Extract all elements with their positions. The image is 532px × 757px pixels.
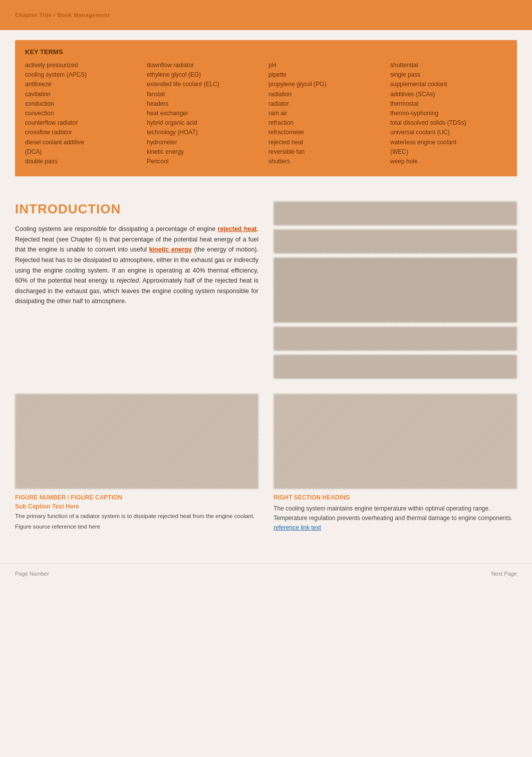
key-terms-col-3: pH pipette propylene glycol (PG) radiati… bbox=[269, 61, 385, 166]
link-kinetic-energy[interactable]: kinetic energy bbox=[149, 246, 192, 253]
bottom-right-image bbox=[274, 394, 517, 489]
bottom-right-block: RIGHT SECTION HEADING The cooling system… bbox=[274, 394, 517, 533]
term-extended-life-coolant[interactable]: extended life coolant (ELC) bbox=[147, 80, 263, 89]
right-image-row-4 bbox=[274, 355, 517, 379]
term-thermo-syphoning[interactable]: thermo-syphoning bbox=[390, 109, 507, 118]
term-propylene-glycol[interactable]: propylene glycol (PG) bbox=[269, 80, 385, 89]
bottom-right-heading: RIGHT SECTION HEADING bbox=[274, 494, 517, 501]
term-shutters[interactable]: shutters bbox=[269, 157, 385, 166]
term-conduction[interactable]: conduction bbox=[25, 99, 142, 109]
term-scas[interactable]: additives (SCAs) bbox=[390, 90, 507, 99]
intro-italic: rejected bbox=[117, 277, 139, 284]
term-pipette[interactable]: pipette bbox=[269, 70, 385, 80]
right-image-row-1 bbox=[274, 201, 517, 225]
footer-page-right: Next Page bbox=[491, 571, 517, 577]
bottom-section: FIGURE NUMBER / FIGURE CAPTION Sub Capti… bbox=[15, 394, 517, 533]
term-cavitation[interactable]: cavitation bbox=[25, 90, 142, 99]
intro-paragraph: Cooling systems are responsible for diss… bbox=[15, 224, 258, 307]
term-hydrometer[interactable]: hydrometer bbox=[147, 138, 263, 147]
term-waterless-engine-coolant[interactable]: waterless engine coolant bbox=[390, 138, 507, 147]
term-shutterstat[interactable]: shutterstat bbox=[390, 61, 507, 70]
bottom-right-text: The cooling system maintains engine temp… bbox=[274, 504, 517, 533]
intro-right bbox=[274, 201, 517, 379]
key-terms-title: KEY TERMS bbox=[25, 48, 507, 56]
term-refraction[interactable]: refraction bbox=[269, 118, 385, 128]
link-rejected-heat[interactable]: rejected heat bbox=[218, 225, 257, 232]
key-terms-col-2: downflow radiator ethylene glycol (EG) e… bbox=[147, 61, 263, 166]
term-heat-exchanger[interactable]: heat exchanger bbox=[147, 109, 263, 118]
term-dca[interactable]: (DCA) bbox=[25, 147, 142, 157]
term-wec[interactable]: (WEC) bbox=[390, 147, 507, 157]
banner-text: Chapter Title / Book Management bbox=[15, 12, 110, 18]
bottom-left-caption-subheading: Sub Caption Text Here bbox=[15, 503, 258, 510]
term-rejected-heat[interactable]: rejected heat bbox=[269, 138, 385, 147]
term-radiator[interactable]: radiator bbox=[269, 99, 385, 109]
term-reversible-fan[interactable]: reversible fan bbox=[269, 147, 385, 157]
key-terms-col-4: shutterstat single pass supplemental coo… bbox=[390, 61, 507, 166]
term-total-dissolved-solids[interactable]: total dissolved solids (TDSs) bbox=[390, 118, 507, 128]
term-thermostat[interactable]: thermostat bbox=[390, 99, 507, 109]
intro-left: INTRODUCTION Cooling systems are respons… bbox=[15, 201, 258, 379]
top-banner: Chapter Title / Book Management bbox=[0, 0, 532, 30]
term-ethylene-glycol[interactable]: ethylene glycol (EG) bbox=[147, 70, 263, 80]
key-terms-col-1: actively pressurized cooling system (APC… bbox=[25, 61, 142, 166]
term-fanstat[interactable]: fanstat bbox=[147, 90, 263, 99]
bottom-left-image bbox=[15, 394, 258, 489]
right-image-large bbox=[274, 258, 517, 323]
term-kinetic-energy[interactable]: kinetic energy bbox=[147, 147, 263, 157]
term-ph[interactable]: pH bbox=[269, 61, 385, 70]
term-downflow-radiator[interactable]: downflow radiator bbox=[147, 61, 263, 70]
term-single-pass[interactable]: single pass bbox=[390, 70, 507, 80]
footer-page-left: Page Number bbox=[15, 571, 49, 577]
term-crossflow-radiator[interactable]: crossflow radiator bbox=[25, 128, 142, 137]
intro-section: INTRODUCTION Cooling systems are respons… bbox=[15, 201, 517, 379]
main-content: INTRODUCTION Cooling systems are respons… bbox=[0, 186, 532, 543]
term-actively-pressurized[interactable]: actively pressurized bbox=[25, 61, 142, 70]
bottom-left-caption-heading: FIGURE NUMBER / FIGURE CAPTION bbox=[15, 494, 258, 501]
term-refractometer[interactable]: refractometer bbox=[269, 128, 385, 137]
term-headers[interactable]: headers bbox=[147, 99, 263, 109]
bottom-left-caption-text: The primary function of a radiator syste… bbox=[15, 512, 258, 521]
term-convection[interactable]: convection bbox=[25, 109, 142, 118]
right-image-row-2 bbox=[274, 229, 517, 254]
term-supplemental-coolant[interactable]: supplemental coolant bbox=[390, 80, 507, 89]
term-hoat[interactable]: technology (HOAT) bbox=[147, 128, 263, 137]
term-ram-air[interactable]: ram air bbox=[269, 109, 385, 118]
key-terms-box: KEY TERMS actively pressurized cooling s… bbox=[15, 40, 517, 176]
bottom-right-text-content: The cooling system maintains engine temp… bbox=[274, 505, 512, 522]
term-antifreeze[interactable]: antifreeze bbox=[25, 80, 142, 89]
term-double-pass[interactable]: double pass bbox=[25, 157, 142, 166]
bottom-left-caption-note: Figure source reference text here bbox=[15, 523, 258, 531]
term-diesel-coolant-additive[interactable]: diesel coolant additive bbox=[25, 138, 142, 147]
bottom-left-block: FIGURE NUMBER / FIGURE CAPTION Sub Capti… bbox=[15, 394, 258, 533]
term-hybrid-organic-acid[interactable]: hybrid organic acid bbox=[147, 118, 263, 128]
right-image-row-3 bbox=[274, 327, 517, 351]
intro-heading: INTRODUCTION bbox=[15, 201, 258, 217]
footer: Page Number Next Page bbox=[0, 563, 532, 584]
term-weep-hole[interactable]: weep hole bbox=[390, 157, 507, 166]
term-universal-coolant[interactable]: universal coolant (UC) bbox=[390, 128, 507, 137]
term-pencool[interactable]: Pencool bbox=[147, 157, 263, 166]
term-counterflow-radiator[interactable]: counterflow radiator bbox=[25, 118, 142, 128]
term-cooling-system[interactable]: cooling system (APCS) bbox=[25, 70, 142, 80]
term-radiation[interactable]: radiation bbox=[269, 90, 385, 99]
key-terms-grid: actively pressurized cooling system (APC… bbox=[25, 61, 507, 166]
right-image-stack bbox=[274, 201, 517, 379]
bottom-right-caption-link[interactable]: reference link text bbox=[274, 524, 321, 531]
